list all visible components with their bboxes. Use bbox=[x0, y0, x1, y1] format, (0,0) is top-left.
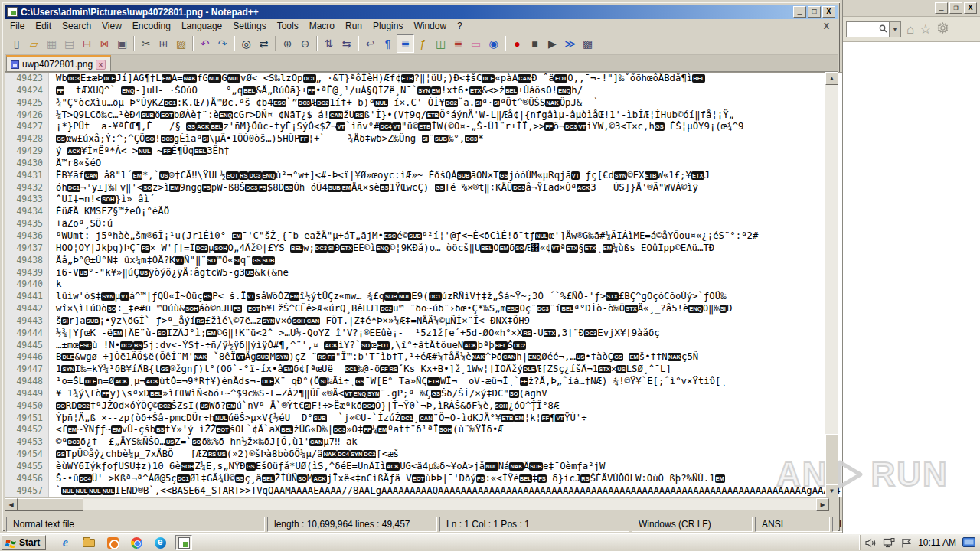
favorites-star-icon[interactable]: ☆ bbox=[920, 23, 931, 36]
scroll-up-icon[interactable]: ▲ bbox=[825, 72, 838, 85]
action-flag-icon[interactable] bbox=[901, 538, 912, 548]
editor-line[interactable]: 49454GSTpÛ©åŷ¿chbè¼µ_7xÅBÔ [ÆZRSUS(»2)®š… bbox=[5, 448, 842, 461]
close-file-icon[interactable]: ⊟ bbox=[78, 34, 96, 53]
copy-icon[interactable]: ⊞ bbox=[155, 34, 172, 53]
clock[interactable]: 10:11 AM bbox=[918, 537, 956, 548]
vertical-scrollbar[interactable]: ▲ ▼ bbox=[825, 72, 838, 497]
menu-macro[interactable]: Macro bbox=[304, 20, 340, 32]
editor-line[interactable]: 49455èùWY6ÍýkƒoƒUSU‡z)10 6èSOHŽ¼È‚s„ÑŸÐG… bbox=[5, 461, 842, 473]
word-wrap-icon[interactable]: ↩ bbox=[361, 34, 379, 53]
print-icon[interactable]: ▣ bbox=[113, 34, 131, 53]
network-icon[interactable] bbox=[883, 538, 895, 548]
horizontal-scrollbar[interactable]: ◀ ▶ bbox=[5, 497, 829, 510]
status-encoding[interactable]: ANSI bbox=[755, 517, 830, 532]
replace-icon[interactable]: ⇄ bbox=[255, 34, 273, 53]
editor-line[interactable]: 49456Š-•ûDC4Ü' >Kßª¬ª^ÀØ@5çDC1Øl‡GÄ¾Ü©BS… bbox=[5, 473, 842, 485]
menu-language[interactable]: Language bbox=[176, 20, 227, 32]
menu-run[interactable]: Run bbox=[340, 20, 368, 32]
search-dropdown-icon[interactable]: ▼ bbox=[889, 22, 900, 37]
new-file-icon[interactable]: ▯ bbox=[8, 34, 25, 53]
menu-window[interactable]: Window bbox=[408, 20, 452, 32]
editor-line[interactable]: 49432óhDC1¬¹y±]‰Fv‖'<SOz>ìEM9ñggFSpW-ß8Š… bbox=[5, 182, 842, 194]
menu-encoding[interactable]: Encoding bbox=[127, 20, 176, 32]
file-explorer-icon[interactable] bbox=[80, 535, 97, 550]
menu-edit[interactable]: Edit bbox=[30, 20, 57, 32]
tab-close-icon[interactable]: x bbox=[96, 60, 106, 70]
browser-search-box[interactable]: ▼ bbox=[846, 21, 901, 37]
menu-view[interactable]: View bbox=[96, 20, 127, 32]
scroll-down-icon[interactable]: ▼ bbox=[825, 484, 838, 497]
menu-settings[interactable]: Settings bbox=[227, 20, 271, 32]
maximize-button[interactable]: □ bbox=[808, 6, 821, 18]
editor-line[interactable]: 49451Ýþñ¦Ä„ß ×--zp(òδ+Šâ-pmcDÛr÷hNULúëŠ>… bbox=[5, 412, 842, 425]
editor-line[interactable]: 49429ý ACK¥Í¤Ëª*À< >NUL ~FFÈ¶ÛqBEL3Êh‡ bbox=[5, 145, 842, 158]
status-eol-format[interactable]: Windows (CR LF) bbox=[632, 517, 753, 532]
notepad-plus-plus-taskbar-icon[interactable] bbox=[175, 535, 192, 550]
tab-uwp4072801[interactable]: uwp4072801.png x bbox=[6, 55, 111, 71]
macro-play-icon[interactable]: ▶ bbox=[544, 34, 561, 53]
zoom-in-icon[interactable]: ⊕ bbox=[279, 34, 296, 53]
document-map-icon[interactable]: ◫ bbox=[432, 34, 449, 53]
editor-line[interactable]: 49449¥ 1¾ý\£òFFy)\sªxĐBEL»ì£ŒWìÑ<δó±~^$9… bbox=[5, 388, 842, 400]
menu-tools[interactable]: Tools bbox=[272, 20, 304, 32]
show-desktop-icon[interactable] bbox=[962, 537, 975, 548]
internet-explorer-icon[interactable]: e bbox=[57, 535, 74, 550]
function-list-icon[interactable]: ƒ bbox=[414, 34, 432, 53]
macro-save-icon[interactable]: ▩ bbox=[579, 34, 596, 53]
search-input[interactable] bbox=[847, 24, 877, 34]
zoom-out-icon[interactable]: ⊖ bbox=[296, 34, 314, 53]
sync-scroll-vertical-icon[interactable]: ⇅ bbox=[320, 34, 338, 53]
title-bar[interactable]: C:\Users\admin\Pictures\uwp4072801.png -… bbox=[5, 5, 838, 19]
editor-line[interactable]: 49446BDLE&wgø-÷]Òë1ÃÔ$ë(ÕêÍ¨M'NAK-ˇ8êÏVT… bbox=[5, 351, 842, 364]
browser-restore-button[interactable]: ❐ bbox=[949, 2, 962, 14]
editor-line[interactable]: 49431ËB¥ãfCAN å8"l´EM*‚`US☺†CÃ‼\ŸUL½EOTR… bbox=[5, 170, 842, 182]
browser-title-bar[interactable]: _ ❐ X bbox=[843, 0, 980, 17]
editor-line[interactable]: 49452<£EM~ÝNƒƒ~EMvÚ-çšbBStY»'ý ìŽŽEOTšOL… bbox=[5, 424, 842, 436]
editor-line[interactable]: 49424FF tÆXUQ^` ENQ-]uH- ·ŠOúO °„qBEL&Å„… bbox=[5, 85, 842, 97]
editor-line[interactable]: 49438Ãå„Þ°@±Ú°N‡ ûx¼m‡ÒÄ?KVTÑ"‖¨SO™Ö«SIq… bbox=[5, 255, 842, 267]
document-list-icon[interactable]: ≣ bbox=[449, 34, 467, 53]
browser-close-button[interactable]: X bbox=[964, 2, 977, 14]
editor-line[interactable]: 49439i6-VUS°-"k¥»‖úÇUSÿòýŏ¿ÿÅ÷ågtcW5-g3U… bbox=[5, 267, 842, 279]
redo-icon[interactable]: ↷ bbox=[214, 34, 231, 53]
menu-file[interactable]: File bbox=[5, 20, 30, 32]
volume-icon[interactable] bbox=[865, 538, 877, 548]
editor-line[interactable]: 49426¼T>Q9LCõ‰c…¹èĐ4SUBöEOTbØÀè‡¨:èENQcG… bbox=[5, 109, 842, 122]
close-button[interactable]: X bbox=[822, 6, 835, 18]
menu-search[interactable]: Search bbox=[57, 20, 96, 32]
macro-run-multiple-icon[interactable]: ≫ bbox=[561, 34, 579, 53]
show-all-characters-icon[interactable]: ¶ bbox=[379, 34, 397, 53]
settings-gear-icon[interactable] bbox=[937, 22, 949, 36]
editor-line[interactable]: 49428GSœw£úxå;Ý:^;^ÇÕSO!DC3gÉìaªSI\µÃ•1Ö… bbox=[5, 133, 842, 145]
editor-line[interactable]: 49445…±mœESCù_!N•DC2BS5j:dv<-ÝS†-÷ñ/ÿ½ÿδ… bbox=[5, 340, 842, 352]
indent-guide-icon[interactable]: ≣ bbox=[397, 34, 414, 53]
open-file-icon[interactable]: ▱ bbox=[25, 34, 43, 53]
editor-line[interactable]: 49443šSIr]aSUB¡•ÿz\öGÍ`-ƒ>ª_åýíRS£žìé\©7… bbox=[5, 315, 842, 328]
monitoring-icon[interactable]: ◉ bbox=[485, 34, 502, 53]
editor-line[interactable]: 49440k bbox=[5, 279, 842, 291]
vertical-scroll-thumb[interactable] bbox=[825, 434, 838, 484]
search-icon[interactable] bbox=[877, 22, 889, 36]
editor-line[interactable]: 49433^Uï‡¬n!<SOH}ì»_âì´ bbox=[5, 194, 842, 206]
menu-[interactable]: ? bbox=[452, 20, 468, 32]
edge-icon[interactable] bbox=[152, 535, 168, 550]
horizontal-scroll-thumb[interactable] bbox=[18, 498, 83, 511]
folder-as-workspace-icon[interactable]: ▭ bbox=[467, 34, 485, 53]
media-player-icon[interactable] bbox=[104, 535, 121, 550]
macro-record-icon[interactable]: ● bbox=[508, 34, 526, 53]
save-copy-icon[interactable]: ▤ bbox=[60, 34, 78, 53]
home-icon[interactable]: ⌂ bbox=[906, 23, 914, 36]
editor-area[interactable]: 49423WbDC3E±æÞDLEJí]ÃG¶†LEMÁ=NAKfGNULGNU… bbox=[5, 72, 842, 497]
save-file-icon[interactable]: ▦ bbox=[43, 34, 60, 53]
chrome-icon[interactable] bbox=[128, 535, 145, 550]
menu-plugins[interactable]: Plugins bbox=[368, 20, 408, 32]
editor-line[interactable]: 49425¾"Ç°òcXìu…öµ-Þ°ÙÿKZDC1:K.Œ7)Å™Øc.ªš… bbox=[5, 97, 842, 109]
undo-icon[interactable]: ↶ bbox=[196, 34, 214, 53]
editor-line[interactable]: 49434ÈüÆÅ KMSFZ§™žeÓ¡°éÃÔ bbox=[5, 206, 842, 218]
scroll-left-icon[interactable]: ◀ bbox=[5, 498, 18, 511]
macro-stop-icon[interactable]: ■ bbox=[526, 34, 544, 53]
editor-line[interactable]: 49436ªWUmt:-j5ªhàè„šm®6Î¡¹u(Jr1Éì0°-EM¯'… bbox=[5, 230, 842, 243]
editor-line[interactable]: 49453©ªDC3δ¿†- £„ÅYS‰ÑŠO…USZ=`SOδ‰%δ-hn½… bbox=[5, 436, 842, 448]
paste-icon[interactable]: ▨ bbox=[172, 34, 190, 53]
editor-line[interactable]: 49435+äZoª¸SÖ÷ú bbox=[5, 218, 842, 230]
